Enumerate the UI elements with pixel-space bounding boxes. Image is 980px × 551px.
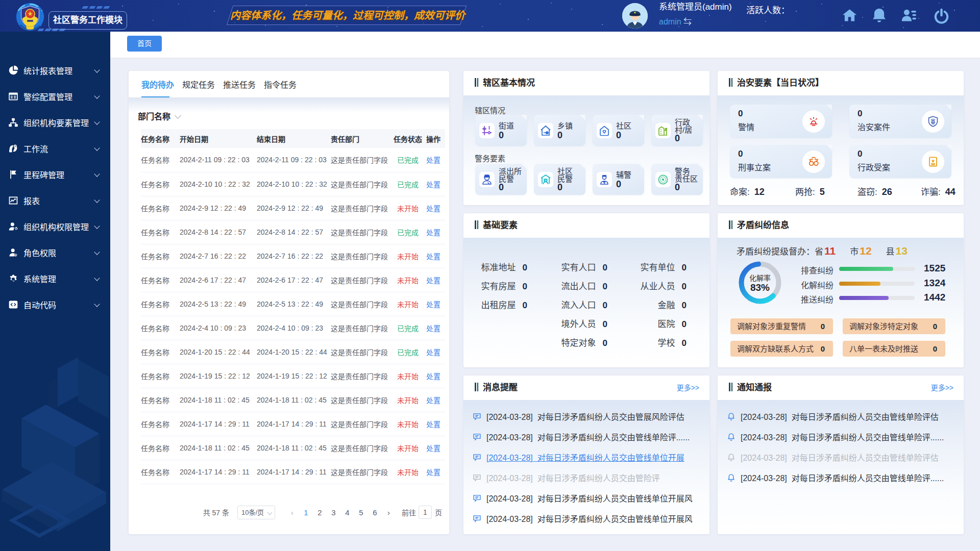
svg-text:化解率: 化解率 <box>749 274 771 282</box>
svg-text:ID: ID <box>14 253 17 256</box>
svg-text:83%: 83% <box>750 282 770 293</box>
